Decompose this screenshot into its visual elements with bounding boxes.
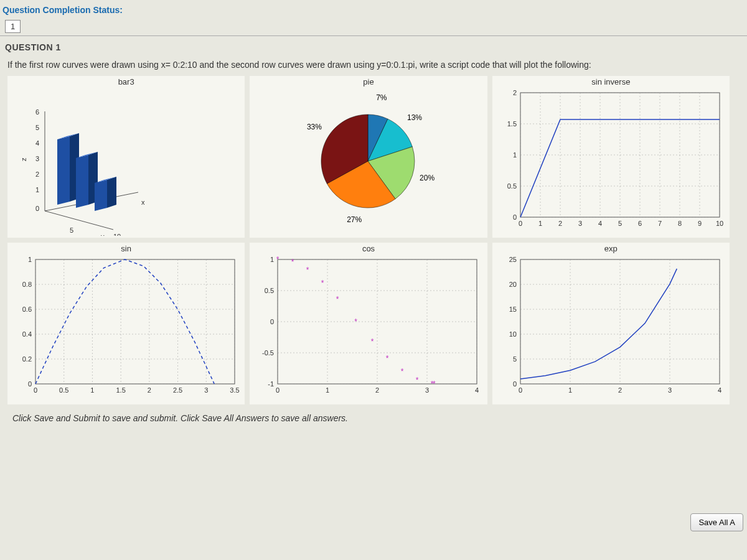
svg-text:0: 0 <box>513 213 517 221</box>
question-prompt: If the first row curves were drawn using… <box>7 60 740 70</box>
svg-text:3: 3 <box>668 386 672 394</box>
save-all-button[interactable]: Save All A <box>690 513 743 531</box>
svg-marker-15 <box>57 136 70 205</box>
svg-text:10: 10 <box>716 220 723 227</box>
svg-text:2: 2 <box>618 386 622 394</box>
svg-text:-0.5: -0.5 <box>262 349 274 357</box>
svg-text:0.6: 0.6 <box>22 306 32 313</box>
chart-title: bar3 <box>7 76 245 86</box>
svg-text:6: 6 <box>638 220 642 227</box>
svg-text:z: z <box>20 157 27 161</box>
svg-text:0.5: 0.5 <box>59 386 68 394</box>
svg-text:5: 5 <box>513 355 517 363</box>
question-heading: QUESTION 1 <box>0 36 747 55</box>
chart-pie: pie 7%13%20%27%33% <box>250 76 487 238</box>
svg-text:0: 0 <box>513 380 517 388</box>
svg-text:4: 4 <box>598 220 602 227</box>
status-heading: Question Completion Status: <box>0 0 747 17</box>
svg-text:*: * <box>306 266 309 274</box>
svg-text:3: 3 <box>35 155 39 162</box>
svg-text:33%: 33% <box>307 123 322 131</box>
svg-text:1: 1 <box>270 256 274 263</box>
svg-text:*: * <box>321 279 324 287</box>
question-nav: 1 <box>0 17 747 36</box>
question-nav-item[interactable]: 1 <box>5 20 21 33</box>
svg-marker-21 <box>95 180 107 211</box>
figure-grid: bar3 6 5 4 3 2 1 0 z 5 y 10 <box>7 76 730 404</box>
chart-title: sin <box>7 243 245 253</box>
cos-svg: 01234-1-0.500.51************ <box>250 253 486 403</box>
svg-line-1 <box>45 211 113 230</box>
svg-text:0.5: 0.5 <box>507 182 516 190</box>
chart-title: sin inverse <box>492 76 730 86</box>
svg-text:3.5: 3.5 <box>230 386 239 394</box>
svg-text:20%: 20% <box>420 174 435 182</box>
svg-text:6: 6 <box>35 108 39 116</box>
svg-text:0.2: 0.2 <box>22 355 32 363</box>
svg-text:*: * <box>416 376 419 385</box>
svg-marker-22 <box>107 177 116 208</box>
svg-text:5: 5 <box>70 226 73 234</box>
chart-title: pie <box>250 76 487 86</box>
svg-text:1: 1 <box>90 386 94 394</box>
svg-text:10: 10 <box>509 330 516 338</box>
svg-text:0: 0 <box>28 380 32 388</box>
svg-text:2: 2 <box>148 386 151 394</box>
svg-text:1: 1 <box>538 220 542 227</box>
svg-text:2: 2 <box>35 170 39 178</box>
svg-text:0.4: 0.4 <box>22 330 32 338</box>
question-body: If the first row curves were drawn using… <box>0 55 747 437</box>
footer-bar: Save All A <box>687 510 747 535</box>
svg-text:3: 3 <box>204 386 208 394</box>
chart-exp: exp 012340510152025 <box>492 243 730 404</box>
chart-bar3: bar3 6 5 4 3 2 1 0 z 5 y 10 <box>7 76 245 238</box>
svg-text:7: 7 <box>658 220 662 227</box>
chart-title: cos <box>250 243 487 253</box>
sin-svg: 00.511.522.533.500.20.40.60.81 <box>7 253 244 403</box>
svg-text:1: 1 <box>513 151 517 159</box>
svg-text:3: 3 <box>578 220 582 227</box>
svg-text:4: 4 <box>35 139 39 147</box>
svg-text:8: 8 <box>678 220 682 227</box>
svg-text:0: 0 <box>35 205 39 212</box>
svg-text:*: * <box>386 354 389 363</box>
svg-text:y: y <box>101 233 105 236</box>
svg-text:1: 1 <box>35 186 39 194</box>
svg-text:0.8: 0.8 <box>22 281 32 288</box>
svg-text:*: * <box>355 317 358 326</box>
chart-title: exp <box>492 243 730 253</box>
svg-text:*: * <box>371 337 374 346</box>
svg-text:20: 20 <box>509 281 516 288</box>
svg-text:25: 25 <box>509 256 516 263</box>
svg-text:27%: 27% <box>347 215 362 224</box>
svg-text:*: * <box>401 367 404 376</box>
svg-text:0: 0 <box>276 386 280 394</box>
svg-text:0: 0 <box>34 386 37 394</box>
svg-text:4: 4 <box>718 386 721 394</box>
svg-text:*: * <box>276 255 280 264</box>
svg-text:5: 5 <box>35 124 39 131</box>
svg-text:*: * <box>291 258 294 266</box>
svg-text:1: 1 <box>568 386 572 394</box>
svg-text:2: 2 <box>513 89 517 96</box>
svg-text:4: 4 <box>475 386 479 394</box>
asin-svg: 01234567891000.511.52 <box>492 86 729 236</box>
svg-text:7%: 7% <box>376 93 387 102</box>
chart-asin: sin inverse 01234567891000.511.52 <box>492 76 730 238</box>
svg-text:9: 9 <box>698 220 702 227</box>
bar3-svg: 6 5 4 3 2 1 0 z 5 y 10 x <box>7 86 244 236</box>
svg-text:1: 1 <box>28 256 32 263</box>
svg-text:1.5: 1.5 <box>507 120 516 128</box>
svg-text:0: 0 <box>519 386 522 394</box>
svg-text:2: 2 <box>558 220 562 227</box>
svg-text:*: * <box>336 295 339 304</box>
svg-text:10: 10 <box>113 233 121 236</box>
svg-text:x: x <box>141 198 145 206</box>
svg-text:0.5: 0.5 <box>265 287 274 294</box>
chart-sin: sin 00.511.522.533.500.20.40.60.81 <box>7 243 245 404</box>
svg-text:2: 2 <box>375 386 379 394</box>
svg-text:13%: 13% <box>407 113 422 122</box>
svg-text:1: 1 <box>326 386 329 394</box>
pie-svg: 7%13%20%27%33% <box>250 86 486 236</box>
exp-svg: 012340510152025 <box>492 253 729 403</box>
